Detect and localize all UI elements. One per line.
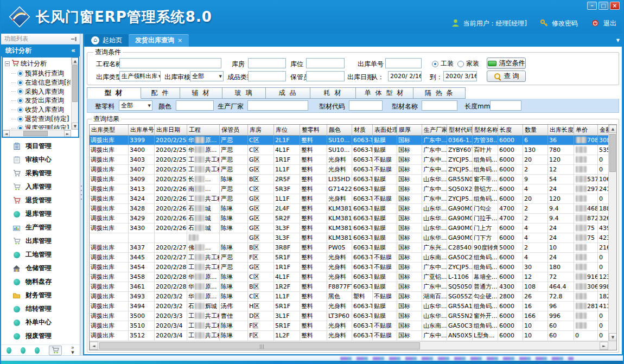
whole-piece-select[interactable]: 全部▼ (119, 100, 152, 111)
order-no-input[interactable] (385, 58, 422, 68)
minimize-button[interactable]: – (587, 2, 597, 10)
sidebar-item-warehouse[interactable]: 仓储管理 (1, 264, 80, 273)
table-row[interactable]: 调拨出库34032020/2/25工共工程严思G区1R1F整料光身料6063-T… (90, 155, 617, 165)
table-row[interactable]: 调拨出库34132020/2/26南...严思C区5R3F整料G71422606… (90, 184, 617, 194)
profile-code-input[interactable] (349, 100, 383, 111)
table-row[interactable]: 调拨出库34372020/2/27佛...陈琳B区3R8F整料PW056063-… (90, 243, 617, 253)
pin-icon[interactable] (71, 36, 77, 42)
search-button[interactable]: 查 询 (487, 71, 526, 82)
logout-link[interactable]: 退出 (603, 19, 616, 28)
tab-home[interactable]: ⌂ 起始页 (85, 34, 129, 47)
column-header-length[interactable]: 长度 (498, 125, 523, 136)
column-header-warehouse[interactable]: 库房 (248, 125, 274, 136)
tree-vscroll-thumb[interactable] (72, 65, 78, 102)
column-header-surface[interactable]: 表面处理 (373, 125, 397, 136)
date-from-picker[interactable]: 2020/ 2/16▼ (388, 71, 422, 81)
sidebar-item-carryover[interactable]: 结转管理 (1, 304, 80, 314)
grid-vscroll-thumb[interactable] (609, 134, 616, 172)
cart-toolbar-button[interactable] (49, 346, 61, 355)
column-header-quantity[interactable]: 数量 (523, 125, 548, 136)
project-name-input[interactable] (119, 58, 221, 68)
scroll-right-icon[interactable]: ► (64, 130, 71, 137)
tree-item-in-transit-info-query[interactable]: 在途信息查询[待 (4, 78, 71, 87)
column-header-keeper[interactable]: 保管员 (220, 125, 248, 136)
sidebar-item-site[interactable]: 工地管理 (1, 250, 80, 259)
material-tab-profile[interactable]: 型 材 (87, 87, 141, 99)
tree-expander-icon[interactable] (5, 61, 10, 66)
table-row[interactable]: 调拨出库34932020/3/2华原...陈琳C区1L1F整料黑色塑料不贴膜国标… (90, 292, 617, 302)
table-row[interactable]: 调拨出库34292020/2/26石城陈琳G区5R2F整料KLM38176063… (90, 214, 617, 223)
table-row[interactable]: 调拨出库33992020/2/25华原...严思C区2L1F整料SU10...6… (90, 136, 617, 145)
sidebar-item-purchase[interactable]: 采购管理 (1, 169, 80, 178)
material-tab-single-profile[interactable]: 单 体 型 材 (356, 87, 413, 99)
column-header-profile-name[interactable]: 型材名称 (473, 125, 498, 136)
material-tab-consumables[interactable]: 耗 材 (310, 87, 356, 99)
sidebar-item-supplement[interactable]: 补单中心 (1, 318, 80, 327)
outbound-audit-select[interactable]: 全部▼ (190, 71, 224, 81)
column-header-location[interactable]: 库位 (274, 125, 300, 136)
tree-hscroll-track[interactable] (10, 130, 64, 137)
tree-vertical-scrollbar[interactable]: ▲ ▼ (71, 58, 78, 130)
change-password-link[interactable]: 修改密码 (552, 19, 578, 28)
column-header-material[interactable]: 材质 (352, 125, 373, 136)
scroll-down-icon[interactable]: ▼ (609, 333, 617, 341)
table-row[interactable]: 调拨出库34612020/2/28华原...陈琳B区1R2F整料F8877FT6… (90, 282, 617, 292)
table-row[interactable]: 调拨出库34452020/2/27工共工程严思F区5R1F整料光身料6063-T… (90, 253, 617, 263)
quick-launch-dot-icon[interactable] (7, 347, 11, 354)
column-header-unit-price[interactable]: 单价 (574, 125, 598, 136)
table-row[interactable]: 调拨出库34072020/2/25工共工程严思G区1L1F整料光身料6063-T… (90, 165, 617, 175)
column-header-color[interactable]: 颜色 (327, 125, 352, 136)
quick-launch-dot-icon[interactable] (21, 347, 26, 354)
tab-list-dropdown-icon[interactable]: ▼ (616, 38, 620, 43)
outbound-type-select[interactable]: 生产领料出库▼ (119, 71, 161, 81)
grid-hscroll-track[interactable] (98, 342, 600, 350)
grid-horizontal-scrollbar[interactable]: ◄ ► (90, 341, 608, 350)
date-to-picker[interactable]: 2020/ 3/16▼ (443, 71, 477, 81)
material-tab-insulation-strip[interactable]: 隔 热 条 (413, 87, 466, 99)
sidebar-item-inventory[interactable]: 物料盘存 (1, 277, 80, 286)
table-row[interactable]: 调拨出库34002020/2/25华原...严思C区4L1F整料SU10...6… (90, 145, 617, 155)
color-input[interactable] (176, 100, 214, 111)
quick-launch-dot-icon[interactable] (35, 347, 40, 354)
sidebar-item-audit-center[interactable]: 审核中心 (1, 155, 80, 164)
grid-vertical-scrollbar[interactable]: ▲ ▼ (608, 125, 616, 341)
tree-root-statistics[interactable]: 统计分析 (4, 59, 71, 69)
length-input[interactable] (490, 100, 521, 111)
table-row[interactable]: 调拨出库34582020/2/28华原...陈琳C区4L1F整料光身料6063-… (90, 272, 617, 282)
warehouse-input[interactable] (248, 58, 286, 68)
scroll-down-icon[interactable]: ▼ (72, 123, 79, 130)
sidebar-item-project[interactable]: 项目管理 (1, 142, 80, 151)
collapse-icon[interactable]: « (71, 47, 75, 54)
column-header-outbound-date[interactable]: 出库日期 (155, 125, 187, 136)
tree-hscroll-thumb[interactable] (23, 131, 48, 136)
table-row[interactable]: 调拨出库34092020/2/25长...陈琳B区2R5F整料LI35HD606… (90, 175, 617, 184)
table-row[interactable]: 调拨出库35002020/3/3工共工程曹佳D区3L1F整料LT3P606063… (90, 311, 617, 321)
table-row[interactable]: 调拨出库35122020/3/4工共工程陈琳F区1L2F整料光身料6063-T5… (90, 331, 617, 341)
material-tab-auxiliary[interactable]: 辅 材 (180, 87, 222, 99)
sidebar-splitter[interactable] (80, 34, 83, 355)
table-row[interactable]: 调拨出库34942020/3/2石辉城汤伟H区5R1F整料光身料6063-T5贴… (90, 302, 617, 311)
manufacturer-input[interactable] (247, 100, 308, 111)
close-button[interactable]: × (610, 2, 620, 10)
maximize-button[interactable]: □ (598, 2, 608, 10)
sidebar-item-production[interactable]: 生产管理 (1, 223, 80, 232)
column-header-manufacturer[interactable]: 生产厂家 (422, 125, 447, 136)
tree-item-return-store-query[interactable]: 退库管理[待定] (4, 124, 71, 129)
scroll-up-icon[interactable]: ▲ (72, 58, 79, 65)
radio-gongzhuang[interactable]: 工装 (432, 59, 454, 68)
tree-item-budget-execution-query[interactable]: 预算执行查询 (4, 69, 71, 78)
sidebar-group-header[interactable]: 统计分析 « (1, 44, 80, 56)
tab-shipment-outbound-query[interactable]: 发货出库查询 × (129, 34, 189, 47)
column-header-film[interactable]: 膜厚 (397, 125, 422, 136)
column-header-profile-code[interactable]: 型材代码 (447, 125, 473, 136)
column-header-whole-piece[interactable]: 整零料 (300, 125, 327, 136)
material-tab-accessories[interactable]: 配 件 (141, 87, 180, 99)
sidebar-item-outbound[interactable]: 出库管理 (1, 237, 80, 246)
product-type-input[interactable] (248, 71, 286, 81)
radio-jiazhuang[interactable]: 家装 (457, 59, 479, 68)
column-header-project[interactable]: 工程 (187, 125, 220, 136)
column-header-outbound-type[interactable]: 出库类型 (90, 125, 129, 136)
location-input[interactable] (306, 58, 345, 68)
sidebar-item-scrap[interactable]: 报废管理 (1, 331, 80, 341)
table-row[interactable]: 调拨出库34302020/2/26石城陈琳G区3L3F整料KLM38176063… (90, 223, 617, 233)
